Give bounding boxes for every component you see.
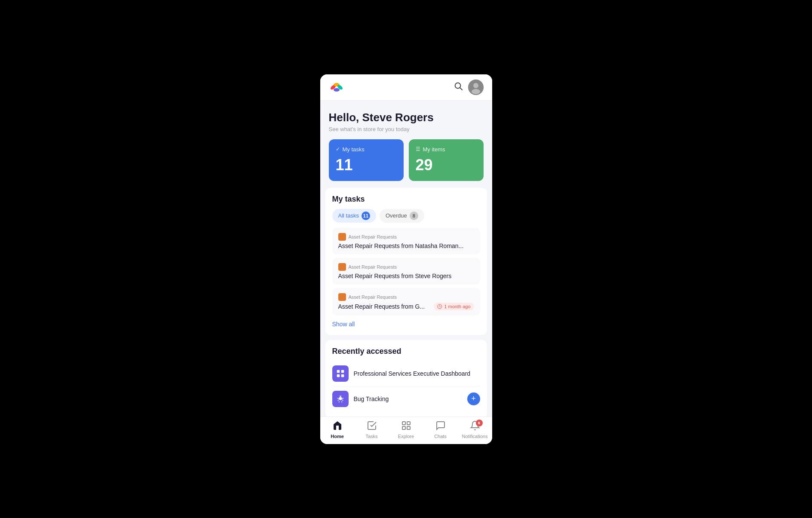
board-icon-1: [338, 233, 346, 241]
all-tasks-tab[interactable]: All tasks 11: [332, 209, 376, 223]
nav-tasks-label: Tasks: [365, 434, 377, 439]
my-items-count: 29: [416, 156, 477, 174]
svg-point-8: [472, 89, 480, 94]
svg-point-14: [339, 397, 342, 400]
svg-rect-10: [337, 370, 339, 372]
my-tasks-section: My tasks All tasks 11 Overdue 8: [325, 188, 487, 335]
svg-rect-17: [402, 426, 405, 429]
overdue-tab[interactable]: Overdue 8: [380, 209, 424, 223]
svg-rect-18: [407, 426, 410, 429]
tasks-icon: [367, 420, 377, 432]
all-tasks-tab-label: All tasks: [338, 212, 359, 219]
svg-point-7: [473, 83, 478, 88]
recent-icon-2: [332, 391, 349, 407]
nav-notifications[interactable]: 6 Notifications: [458, 420, 492, 439]
my-tasks-card[interactable]: ✓ My tasks 11: [329, 139, 404, 181]
task-board-2: Asset Repair Requests: [338, 263, 474, 271]
svg-line-5: [460, 88, 462, 90]
task-item-1[interactable]: Asset Repair Requests Asset Repair Reque…: [332, 228, 480, 254]
top-bar-actions: [453, 80, 484, 95]
svg-rect-11: [341, 370, 343, 372]
phone-container: Hello, Steve Rogers See what's in store …: [320, 74, 492, 444]
top-bar: [320, 74, 492, 101]
overdue-badge-label: 1 month ago: [434, 303, 474, 310]
nav-home[interactable]: Home: [320, 420, 355, 439]
app-logo: [329, 80, 344, 95]
svg-rect-16: [407, 422, 410, 425]
search-button[interactable]: [453, 81, 463, 93]
nav-chats-label: Chats: [434, 434, 447, 439]
svg-rect-15: [402, 422, 405, 425]
recent-icon-1: [332, 365, 349, 382]
home-icon: [332, 420, 343, 432]
recently-accessed-section: Recently accessed Professional Services …: [325, 340, 487, 417]
my-items-card[interactable]: ☰ My items 29: [409, 139, 484, 181]
bottom-nav: Home Tasks Explore: [320, 417, 492, 444]
svg-rect-13: [341, 374, 343, 377]
explore-icon: [401, 420, 411, 432]
all-tasks-badge: 11: [362, 211, 370, 220]
recent-label-1: Professional Services Executive Dashboar…: [354, 370, 480, 377]
nav-notifications-label: Notifications: [462, 434, 488, 439]
task-title-2: Asset Repair Requests from Steve Rogers: [338, 273, 474, 279]
task-item-footer-3: Asset Repair Requests from G... 1 month …: [338, 303, 474, 310]
task-item-2[interactable]: Asset Repair Requests Asset Repair Reque…: [332, 258, 480, 285]
subtitle: See what's in store for you today: [329, 126, 484, 132]
board-icon-2: [338, 263, 346, 271]
recent-item-2[interactable]: Bug Tracking +: [332, 386, 480, 411]
header-section: Hello, Steve Rogers See what's in store …: [320, 101, 492, 139]
board-icon-3: [338, 293, 346, 301]
scroll-content: Hello, Steve Rogers See what's in store …: [320, 101, 492, 417]
task-board-1: Asset Repair Requests: [338, 233, 474, 241]
my-items-label: ☰ My items: [416, 146, 477, 153]
task-title-1: Asset Repair Requests from Natasha Roman…: [338, 242, 474, 249]
overdue-badge: 8: [410, 211, 418, 220]
filter-tabs: All tasks 11 Overdue 8: [332, 209, 480, 223]
nav-chats[interactable]: Chats: [423, 420, 458, 439]
show-all-button[interactable]: Show all: [332, 321, 355, 328]
task-title-3: Asset Repair Requests from G...: [338, 303, 425, 310]
my-tasks-count: 11: [336, 156, 397, 174]
recent-label-2: Bug Tracking: [354, 395, 462, 402]
tasks-check-icon: ✓: [336, 146, 340, 152]
task-board-3: Asset Repair Requests: [338, 293, 474, 301]
recently-accessed-title: Recently accessed: [332, 347, 480, 356]
my-tasks-label: ✓ My tasks: [336, 146, 397, 153]
nav-home-label: Home: [331, 434, 344, 439]
chats-icon: [435, 420, 446, 432]
task-item-3[interactable]: Asset Repair Requests Asset Repair Reque…: [332, 288, 480, 316]
svg-rect-12: [337, 374, 339, 377]
overdue-tab-label: Overdue: [386, 212, 407, 219]
svg-point-3: [334, 88, 340, 92]
stats-row: ✓ My tasks 11 ☰ My items 29: [320, 139, 492, 188]
items-list-icon: ☰: [416, 146, 420, 152]
tasks-section-title: My tasks: [332, 195, 480, 204]
recent-item-1[interactable]: Professional Services Executive Dashboar…: [332, 361, 480, 386]
greeting: Hello, Steve Rogers: [329, 111, 484, 124]
user-avatar[interactable]: [468, 80, 484, 95]
nav-explore[interactable]: Explore: [389, 420, 423, 439]
add-bug-tracking-button[interactable]: +: [467, 392, 480, 405]
notifications-badge: 6: [476, 420, 483, 426]
nav-explore-label: Explore: [398, 434, 414, 439]
nav-tasks[interactable]: Tasks: [355, 420, 389, 439]
